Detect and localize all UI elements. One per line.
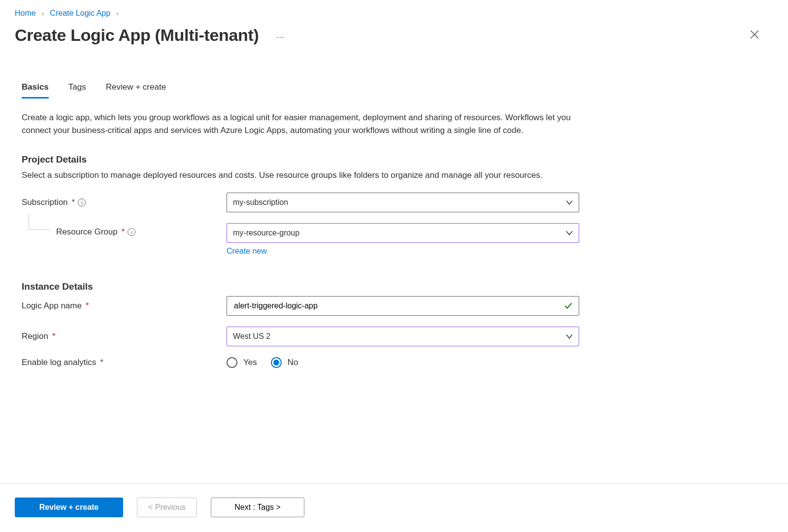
required-asterisk: *	[86, 301, 89, 311]
label-subscription-text: Subscription	[22, 198, 68, 207]
label-region: Region *	[22, 332, 227, 341]
content: Create a logic app, which lets you group…	[0, 99, 601, 368]
breadcrumb-home[interactable]: Home	[15, 9, 36, 18]
radio-yes-wrap[interactable]: Yes	[227, 357, 257, 368]
breadcrumb: Home › Create Logic App ›	[0, 0, 788, 18]
chevron-down-icon	[566, 333, 573, 340]
chevron-right-icon: ›	[42, 9, 44, 17]
tab-review-create[interactable]: Review + create	[106, 79, 166, 99]
resource-group-dropdown[interactable]: my-resource-group	[227, 223, 579, 243]
radio-no-label: No	[288, 358, 298, 367]
row-resource-group: Resource Group * i my-resource-group Cre…	[22, 223, 579, 256]
radio-no-wrap[interactable]: No	[271, 357, 298, 368]
required-asterisk: *	[122, 227, 125, 237]
logic-app-name-input[interactable]	[233, 301, 564, 311]
radio-yes[interactable]	[227, 357, 237, 368]
info-icon[interactable]: i	[78, 199, 86, 206]
required-asterisk: *	[72, 198, 75, 207]
chevron-right-icon: ›	[116, 9, 119, 17]
tabs: Basics Tags Review + create	[0, 79, 788, 99]
radio-yes-label: Yes	[243, 358, 257, 367]
check-icon	[564, 301, 573, 310]
row-enable-log-analytics: Enable log analytics * Yes No	[22, 357, 579, 368]
more-actions-button[interactable]: …	[271, 27, 290, 43]
previous-button: < Previous	[137, 498, 197, 517]
info-icon[interactable]: i	[128, 228, 135, 236]
region-value: West US 2	[233, 332, 270, 341]
close-icon	[750, 30, 759, 40]
row-region: Region * West US 2	[22, 327, 579, 346]
label-resource-group-text: Resource Group	[56, 227, 118, 237]
chevron-down-icon	[566, 199, 573, 206]
section-desc-project: Select a subscription to manage deployed…	[22, 169, 579, 182]
radio-no[interactable]	[271, 357, 282, 368]
label-enable-log-analytics-text: Enable log analytics	[22, 358, 96, 367]
tab-tags[interactable]: Tags	[68, 79, 86, 99]
logic-app-name-input-wrapper	[227, 296, 579, 316]
label-logic-app-name: Logic App name *	[22, 301, 227, 311]
breadcrumb-create-logic-app[interactable]: Create Logic App	[50, 9, 110, 18]
label-logic-app-name-text: Logic App name	[22, 301, 82, 311]
resource-group-value: my-resource-group	[233, 229, 299, 237]
create-new-link[interactable]: Create new	[227, 247, 267, 256]
tab-basics[interactable]: Basics	[22, 79, 49, 99]
region-dropdown[interactable]: West US 2	[227, 327, 579, 346]
label-enable-log-analytics: Enable log analytics *	[22, 358, 227, 367]
review-create-button[interactable]: Review + create	[15, 498, 123, 517]
footer: Review + create < Previous Next : Tags >	[0, 483, 788, 532]
chevron-down-icon	[566, 230, 573, 236]
required-asterisk: *	[52, 332, 56, 341]
label-resource-group: Resource Group * i	[22, 223, 227, 237]
close-button[interactable]	[746, 27, 763, 44]
row-logic-app-name: Logic App name *	[22, 296, 579, 316]
subscription-dropdown[interactable]: my-subscription	[227, 193, 579, 212]
label-region-text: Region	[22, 332, 48, 341]
section-heading-instance: Instance Details	[22, 281, 579, 292]
required-asterisk: *	[100, 358, 103, 367]
subscription-value: my-subscription	[233, 198, 288, 207]
log-analytics-radio-group: Yes No	[227, 357, 579, 368]
title-row: Create Logic App (Multi-tenant) …	[0, 18, 788, 45]
next-button[interactable]: Next : Tags >	[211, 498, 304, 517]
row-subscription: Subscription * i my-subscription	[22, 193, 579, 212]
section-heading-project: Project Details	[22, 154, 579, 165]
intro-text: Create a logic app, which lets you group…	[22, 111, 579, 137]
label-subscription: Subscription * i	[22, 198, 227, 207]
page-title: Create Logic App (Multi-tenant)	[15, 26, 259, 45]
